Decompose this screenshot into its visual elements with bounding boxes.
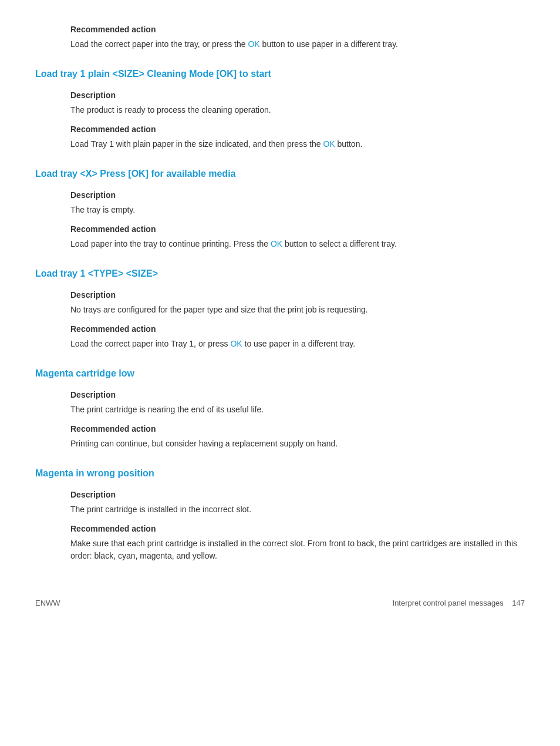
- section-heading-magenta-cartridge-low: Magenta cartridge low: [35, 367, 525, 381]
- section-load-tray-1-type-size: Load tray 1 <TYPE> <SIZE>DescriptionNo t…: [35, 267, 525, 350]
- description-block-load-tray-1-type-size: DescriptionNo trays are configured for t…: [70, 289, 525, 316]
- footer-right-label: Interpret control panel messages: [393, 599, 504, 607]
- section-load-tray-1-cleaning: Load tray 1 plain <SIZE> Cleaning Mode […: [35, 67, 525, 150]
- action-label-load-tray-x-press: Recommended action: [70, 223, 525, 236]
- action-content-load-tray-1-type-size: Load the correct paper into Tray 1, or p…: [70, 338, 525, 350]
- footer-page-number: 147: [512, 599, 525, 607]
- action-label-magenta-cartridge-low: Recommended action: [70, 423, 525, 435]
- description-block-magenta-cartridge-low: DescriptionThe print cartridge is nearin…: [70, 389, 525, 416]
- section-magenta-cartridge-low: Magenta cartridge lowDescriptionThe prin…: [35, 367, 525, 450]
- footer-enww: ENWW: [35, 597, 60, 609]
- action-text-before-load-tray-1-type-size: Load the correct paper into Tray 1, or p…: [70, 339, 230, 348]
- action-label-magenta-in-wrong-position: Recommended action: [70, 523, 525, 535]
- description-label-magenta-cartridge-low: Description: [70, 389, 525, 401]
- sections-container: Load tray 1 plain <SIZE> Cleaning Mode […: [35, 67, 525, 562]
- section-heading-load-tray-1-type-size: Load tray 1 <TYPE> <SIZE>: [35, 267, 525, 281]
- top-recommended-action-text: Load the correct paper into the tray, or…: [70, 38, 525, 51]
- top-ok-link[interactable]: OK: [248, 39, 259, 49]
- description-label-load-tray-x-press: Description: [70, 189, 525, 201]
- action-block-magenta-in-wrong-position: Recommended actionMake sure that each pr…: [70, 523, 525, 562]
- action-label-load-tray-1-type-size: Recommended action: [70, 323, 525, 335]
- description-block-load-tray-1-cleaning: DescriptionThe product is ready to proce…: [70, 89, 525, 116]
- action-content-load-tray-1-cleaning: Load Tray 1 with plain paper in the size…: [70, 138, 525, 150]
- action-label-load-tray-1-cleaning: Recommended action: [70, 123, 525, 136]
- top-action-text-before: Load the correct paper into the tray, or…: [70, 39, 248, 49]
- section-load-tray-x-press: Load tray <X> Press [OK] for available m…: [35, 167, 525, 250]
- description-text-load-tray-x-press: The tray is empty.: [70, 204, 525, 216]
- action-text-before-load-tray-x-press: Load paper into the tray to continue pri…: [70, 239, 271, 248]
- description-block-load-tray-x-press: DescriptionThe tray is empty.: [70, 189, 525, 216]
- action-text-after-load-tray-1-cleaning: button.: [335, 139, 363, 149]
- action-content-load-tray-x-press: Load paper into the tray to continue pri…: [70, 238, 525, 250]
- description-text-load-tray-1-type-size: No trays are configured for the paper ty…: [70, 304, 525, 316]
- action-content-magenta-cartridge-low: Printing can continue, but consider havi…: [70, 438, 525, 450]
- action-text-before-load-tray-1-cleaning: Load Tray 1 with plain paper in the size…: [70, 139, 323, 149]
- top-recommended-action: Recommended action Load the correct pape…: [70, 23, 525, 51]
- page-footer: ENWW Interpret control panel messages 14…: [35, 597, 525, 609]
- action-content-magenta-in-wrong-position: Make sure that each print cartridge is i…: [70, 537, 525, 562]
- action-ok-link-load-tray-1-type-size[interactable]: OK: [230, 339, 242, 348]
- top-action-text-after: button to use paper in a different tray.: [260, 39, 398, 49]
- action-block-load-tray-1-cleaning: Recommended actionLoad Tray 1 with plain…: [70, 123, 525, 150]
- action-text-after-load-tray-x-press: button to select a different tray.: [282, 239, 397, 248]
- description-text-load-tray-1-cleaning: The product is ready to process the clea…: [70, 104, 525, 116]
- section-heading-magenta-in-wrong-position: Magenta in wrong position: [35, 466, 525, 480]
- description-label-load-tray-1-type-size: Description: [70, 289, 525, 301]
- action-block-load-tray-x-press: Recommended actionLoad paper into the tr…: [70, 223, 525, 250]
- footer-page-info: Interpret control panel messages 147: [393, 597, 525, 609]
- description-text-magenta-in-wrong-position: The print cartridge is installed in the …: [70, 503, 525, 516]
- section-heading-load-tray-x-press: Load tray <X> Press [OK] for available m…: [35, 167, 525, 181]
- top-recommended-action-label: Recommended action: [70, 23, 525, 36]
- section-heading-load-tray-1-cleaning: Load tray 1 plain <SIZE> Cleaning Mode […: [35, 67, 525, 81]
- action-block-magenta-cartridge-low: Recommended actionPrinting can continue,…: [70, 423, 525, 450]
- description-label-magenta-in-wrong-position: Description: [70, 489, 525, 501]
- description-block-magenta-in-wrong-position: DescriptionThe print cartridge is instal…: [70, 489, 525, 516]
- action-text-after-load-tray-1-type-size: to use paper in a different tray.: [242, 339, 356, 348]
- description-label-load-tray-1-cleaning: Description: [70, 89, 525, 102]
- description-text-magenta-cartridge-low: The print cartridge is nearing the end o…: [70, 404, 525, 416]
- section-magenta-in-wrong-position: Magenta in wrong positionDescriptionThe …: [35, 466, 525, 562]
- action-ok-link-load-tray-x-press[interactable]: OK: [271, 239, 282, 248]
- action-block-load-tray-1-type-size: Recommended actionLoad the correct paper…: [70, 323, 525, 350]
- action-ok-link-load-tray-1-cleaning[interactable]: OK: [323, 139, 335, 149]
